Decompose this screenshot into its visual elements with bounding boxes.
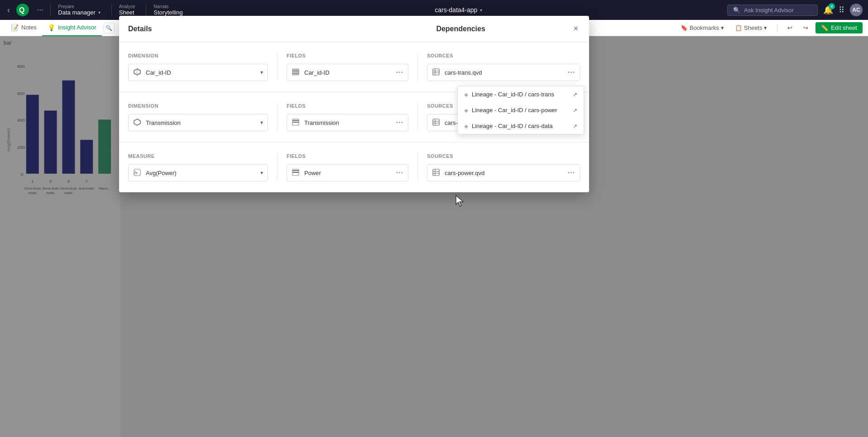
notes-icon: 📝 <box>11 24 19 31</box>
modal-details-section: Details <box>128 25 350 33</box>
second-nav-right: 🔖 Bookmarks ▾ 📋 Sheets ▾ | ↩ ↪ ✏️ Edit s… <box>677 22 863 33</box>
svg-rect-39 <box>293 120 299 121</box>
modal-details-title: Details <box>128 25 152 33</box>
list-icon-2 <box>292 118 301 127</box>
modal-close-button[interactable]: × <box>572 22 580 35</box>
analyze-section[interactable]: Analyze Sheet <box>111 4 143 16</box>
table-icon-2 <box>432 118 441 127</box>
fields-field-1: Car_id-ID ··· <box>287 64 408 81</box>
prepare-label-bottom: Data manager ▾ <box>58 9 100 16</box>
undo-button[interactable]: ↩ <box>784 23 796 33</box>
notification-badge: 4 <box>829 3 835 10</box>
fields-dots-2[interactable]: ··· <box>396 119 403 127</box>
fields-dots-3[interactable]: ··· <box>396 169 403 177</box>
tab-insight-advisor[interactable]: 💡 Insight Advisor <box>42 20 102 36</box>
col-fields-3: Fields Power ··· <box>278 153 418 181</box>
fields-field-3: Power ··· <box>287 164 408 181</box>
tab-notes[interactable]: 📝 Notes <box>5 20 42 36</box>
bookmarks-button[interactable]: 🔖 Bookmarks ▾ <box>677 23 728 33</box>
search-icon: 🔍 <box>733 7 740 14</box>
fields-dots-1[interactable]: ··· <box>396 68 403 76</box>
measure-chevron[interactable]: ▾ <box>260 170 263 176</box>
dimension-value-1: Car_id-ID <box>146 69 257 76</box>
sources-label-3: Sources <box>427 153 580 159</box>
col-measure: Measure fx Avg(Power) ▾ <box>128 153 278 181</box>
sheets-icon: 📋 <box>735 24 742 31</box>
measure-label: Measure <box>128 153 268 159</box>
svg-rect-32 <box>293 73 299 74</box>
dimension-chevron-1[interactable]: ▾ <box>260 69 263 76</box>
narrate-section[interactable]: Narrate Storytelling <box>146 4 190 16</box>
modal-dependencies-title: Dependencies <box>350 25 572 33</box>
list-icon-3 <box>292 168 301 177</box>
fields-label-2: Fields <box>287 103 408 109</box>
cube-icon-2 <box>133 118 142 127</box>
edit-sheet-button[interactable]: ✏️ Edit sheet <box>815 22 863 33</box>
search-box[interactable]: 🔍 Ask Insight Advisor <box>727 5 818 16</box>
app-title: cars-data4-app ▾ <box>194 6 724 14</box>
dimension-field-2: Transmission ▾ <box>128 114 268 131</box>
table-icon-1 <box>432 68 441 77</box>
avatar[interactable]: AC <box>850 4 863 16</box>
lineage-item-1[interactable]: ◈ Lineage - Car_id-ID / cars-trans ↗ <box>458 86 584 102</box>
external-link-icon-1: ↗ <box>573 91 577 98</box>
source-dots-1[interactable]: ··· <box>568 68 575 76</box>
dimension-value-2: Transmission <box>146 119 257 126</box>
measure-field: fx Avg(Power) ▾ <box>128 164 268 181</box>
external-link-icon-3: ↗ <box>573 123 577 129</box>
fields-value-3: Power <box>304 170 393 176</box>
dimension-chevron-2[interactable]: ▾ <box>260 119 263 126</box>
sheets-button[interactable]: 📋 Sheets ▾ <box>731 23 771 33</box>
lineage-text-2: Lineage - Car_id-ID / cars-power <box>472 107 569 114</box>
col-sources-3: Sources cars-power.qvd ··· <box>418 153 580 181</box>
narrate-label-bottom: Storytelling <box>153 9 182 16</box>
prepare-section[interactable]: Prepare Data manager ▾ <box>50 4 107 16</box>
lineage-icon-1: ◈ <box>464 91 468 98</box>
list-icon-1 <box>292 68 301 77</box>
lineage-text-3: Lineage - Car_id-ID / cars-data <box>472 123 569 129</box>
back-button[interactable]: ‹ <box>5 4 12 17</box>
svg-rect-40 <box>293 122 299 123</box>
modal-body: Dimension Car_id-ID ▾ Fields <box>119 42 589 192</box>
lineage-item-3[interactable]: ◈ Lineage - Car_id-ID / cars-data ↗ <box>458 118 584 134</box>
source-dots-3[interactable]: ··· <box>568 169 575 177</box>
toolbar-search-btn[interactable]: 🔍 <box>104 23 115 33</box>
nav-right: 🔍 Ask Insight Advisor 🔔 4 ⠿ AC <box>727 4 863 16</box>
lineage-dropdown: ◈ Lineage - Car_id-ID / cars-trans ↗ ◈ L… <box>457 86 584 134</box>
nav-more-button[interactable]: ··· <box>34 4 47 16</box>
measure-value: Avg(Power) <box>146 170 257 176</box>
undo-icon: ↩ <box>787 24 792 31</box>
svg-rect-30 <box>293 70 299 71</box>
col-sources-1: Sources cars-trans.qvd ··· <box>418 53 580 81</box>
section-row-1: Dimension Car_id-ID ▾ Fields <box>119 42 589 92</box>
fields-label-3: Fields <box>287 153 408 159</box>
bookmarks-chevron: ▾ <box>721 24 724 31</box>
prepare-label-top: Prepare <box>58 4 100 9</box>
bookmark-icon: 🔖 <box>681 24 688 31</box>
col-dimension-2: Dimension Transmission ▾ <box>128 103 278 131</box>
app-title-dropdown[interactable]: ▾ <box>480 8 482 13</box>
source-value-3: cars-power.qvd <box>445 170 564 176</box>
dimension-field-1: Car_id-ID ▾ <box>128 64 268 81</box>
sources-label-1: Sources <box>427 53 580 58</box>
lineage-item-2[interactable]: ◈ Lineage - Car_id-ID / cars-power ↗ <box>458 102 584 118</box>
redo-button[interactable]: ↪ <box>800 23 812 33</box>
notifications-button[interactable]: 🔔 4 <box>823 5 833 15</box>
lineage-text-1: Lineage - Car_id-ID / cars-trans <box>472 91 569 98</box>
svg-rect-50 <box>433 169 439 176</box>
qlik-logo: Q <box>15 3 30 17</box>
svg-rect-48 <box>293 170 299 171</box>
section-row-3: Measure fx Avg(Power) ▾ Fields <box>119 142 589 192</box>
lineage-icon-2: ◈ <box>464 107 468 114</box>
modal-header: Details Dependencies × <box>119 16 589 42</box>
toolbar-search-icon: 🔍 <box>106 25 112 31</box>
apps-grid-button[interactable]: ⠿ <box>839 5 844 15</box>
svg-text:Q: Q <box>19 6 24 14</box>
fx-icon: fx <box>133 168 142 177</box>
external-link-icon-2: ↗ <box>573 107 577 114</box>
col-dimension-1: Dimension Car_id-ID ▾ <box>128 53 278 81</box>
sheets-chevron: ▾ <box>764 24 767 31</box>
dimension-label-1: Dimension <box>128 53 268 58</box>
modal-dialog: Details Dependencies × Dimension Car_id-… <box>119 16 589 192</box>
narrate-label-top: Narrate <box>153 4 182 9</box>
